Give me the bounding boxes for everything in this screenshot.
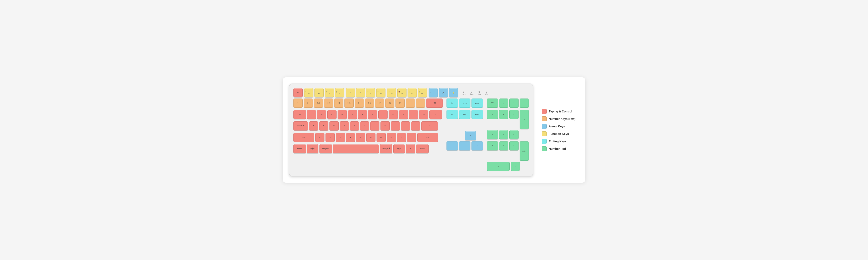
key-f1[interactable]: ✳ F1 xyxy=(304,88,313,97)
key-u[interactable]: U xyxy=(368,110,377,119)
key-num-7[interactable]: 7 xyxy=(487,110,498,119)
key-num-enter[interactable]: enter xyxy=(520,141,529,161)
key-z[interactable]: Z xyxy=(315,133,324,142)
key-f6[interactable]: F6 xyxy=(356,88,365,97)
key-capslock[interactable]: caps lock xyxy=(293,121,308,131)
key-s[interactable]: S xyxy=(319,121,329,131)
key-print[interactable]: ⎙ xyxy=(429,88,438,97)
key-f2[interactable]: ✳ F2 xyxy=(314,88,323,97)
key-shift-right[interactable]: shift xyxy=(417,133,438,142)
key-esc[interactable]: esc xyxy=(293,88,303,97)
key-rbracket[interactable]: ] } xyxy=(419,110,428,119)
key-space[interactable] xyxy=(333,144,379,153)
key-p[interactable]: P xyxy=(399,110,408,119)
key-num-5[interactable]: 5 xyxy=(499,130,508,139)
key-c[interactable]: C xyxy=(336,133,345,142)
key-num-minus[interactable]: - xyxy=(520,99,529,108)
key-f[interactable]: F xyxy=(340,121,349,131)
key-arrow-left[interactable]: ← xyxy=(446,141,458,150)
key-minus[interactable]: - _ xyxy=(406,99,415,108)
key-y[interactable]: Y xyxy=(358,110,367,119)
key-insert[interactable]: ins xyxy=(446,99,458,108)
key-f8[interactable]: ⏯ F8 xyxy=(376,88,385,97)
key-home[interactable]: home xyxy=(459,99,470,108)
key-command-right[interactable]: command⌘ xyxy=(380,144,392,153)
key-backslash[interactable]: \ | xyxy=(429,110,442,119)
key-t[interactable]: T xyxy=(348,110,357,119)
key-8[interactable]: 8 * xyxy=(375,99,384,108)
key-arrow-down[interactable]: ↓ xyxy=(459,141,470,150)
key-n[interactable]: N xyxy=(366,133,375,142)
key-num-0[interactable]: 0 xyxy=(487,162,509,171)
key-f11[interactable]: 🔈 F11 xyxy=(408,88,417,97)
key-f5[interactable]: F5 xyxy=(346,88,355,97)
key-q[interactable]: Q xyxy=(307,110,316,119)
key-delete[interactable]: del xyxy=(446,110,458,119)
key-arrow-right[interactable]: → xyxy=(471,141,483,150)
key-num-clear[interactable]: numclear xyxy=(487,99,498,108)
key-command-left[interactable]: command⌘ xyxy=(319,144,332,153)
key-o[interactable]: O xyxy=(389,110,398,119)
key-slash[interactable]: / ? xyxy=(407,133,416,142)
key-6[interactable]: 6 ^ xyxy=(355,99,364,108)
key-arrow-up[interactable]: ↑ xyxy=(465,131,476,140)
key-num-dot[interactable]: . xyxy=(510,162,520,171)
key-h[interactable]: H xyxy=(360,121,369,131)
key-num-6[interactable]: 6 xyxy=(509,130,519,139)
key-i[interactable]: I xyxy=(378,110,388,119)
key-num-plus[interactable]: + xyxy=(520,110,529,129)
key-fn[interactable]: fn xyxy=(406,144,415,153)
key-w[interactable]: W xyxy=(317,110,326,119)
key-lbracket[interactable]: [ { xyxy=(409,110,418,119)
key-f7[interactable]: ⏮ F7 xyxy=(366,88,375,97)
key-j[interactable]: J xyxy=(370,121,379,131)
key-option-right[interactable]: option⌥ xyxy=(393,144,405,153)
key-num-8[interactable]: 8 xyxy=(499,110,508,119)
key-comma[interactable]: , < xyxy=(387,133,396,142)
key-e[interactable]: E xyxy=(328,110,337,119)
key-num-1[interactable]: 1 xyxy=(487,141,498,150)
key-quote[interactable]: ' " xyxy=(411,121,420,131)
key-backspace[interactable]: ⌫ xyxy=(426,99,443,108)
key-period[interactable]: . > xyxy=(397,133,406,142)
key-ctrl-left[interactable]: control xyxy=(293,144,306,153)
key-9[interactable]: 9 ( xyxy=(385,99,395,108)
key-num-3[interactable]: 3 xyxy=(509,141,519,150)
key-equals[interactable]: = + xyxy=(416,99,425,108)
key-d[interactable]: D xyxy=(330,121,339,131)
key-3[interactable]: 3 # xyxy=(324,99,333,108)
key-ctrl-right[interactable]: control xyxy=(416,144,429,153)
key-num-star[interactable]: * xyxy=(509,99,519,108)
key-end[interactable]: end xyxy=(459,110,470,119)
key-7[interactable]: 7 & xyxy=(365,99,374,108)
key-0[interactable]: 0 ) xyxy=(396,99,405,108)
key-pgup[interactable]: pgup xyxy=(471,99,483,108)
key-mic[interactable]: 🎤 xyxy=(439,88,448,97)
key-l[interactable]: L xyxy=(391,121,400,131)
key-k[interactable]: K xyxy=(380,121,390,131)
key-f9[interactable]: ⏭ F9 xyxy=(387,88,396,97)
key-enter[interactable]: ↵ xyxy=(421,121,438,131)
key-b[interactable]: B xyxy=(356,133,365,142)
key-f12[interactable]: 🔊 F12 xyxy=(418,88,427,97)
key-2[interactable]: 2 @ xyxy=(314,99,323,108)
key-5[interactable]: 5 % xyxy=(344,99,353,108)
key-lock[interactable]: 🔒 xyxy=(449,88,458,97)
key-x[interactable]: X xyxy=(326,133,335,142)
key-g[interactable]: G xyxy=(350,121,359,131)
key-4[interactable]: 4 $ xyxy=(334,99,343,108)
key-tab[interactable]: tab xyxy=(293,110,306,119)
key-m[interactable]: M xyxy=(376,133,386,142)
key-pgdn[interactable]: pgdn xyxy=(471,110,483,119)
key-num-slash[interactable]: / xyxy=(499,99,508,108)
key-backtick[interactable]: ` ~ xyxy=(293,99,303,108)
key-option-left[interactable]: option⌥ xyxy=(307,144,318,153)
key-semicolon[interactable]: ; : xyxy=(401,121,410,131)
key-num-2[interactable]: 2 xyxy=(499,141,508,150)
key-1[interactable]: 1 ! xyxy=(304,99,313,108)
key-f10[interactable]: 🔇 F10 xyxy=(397,88,406,97)
key-shift-left[interactable]: shift xyxy=(293,133,314,142)
key-v[interactable]: V xyxy=(346,133,355,142)
key-f3[interactable]: ⊞ F3 xyxy=(325,88,334,97)
key-num-4[interactable]: 4 xyxy=(487,130,498,139)
